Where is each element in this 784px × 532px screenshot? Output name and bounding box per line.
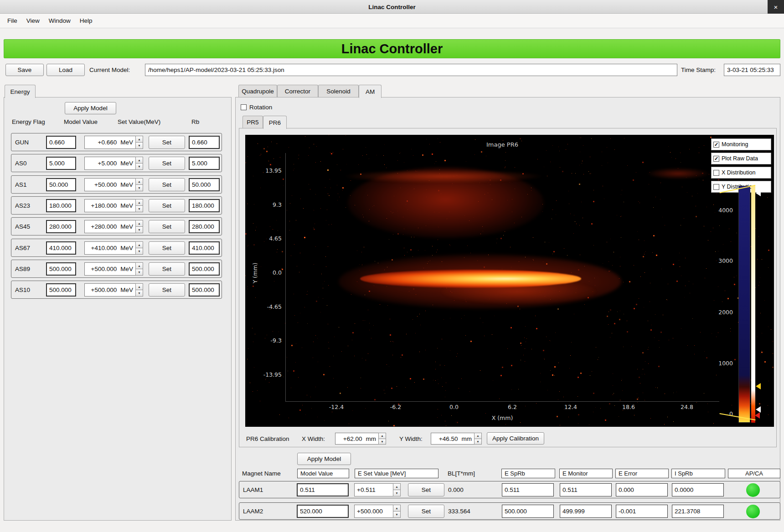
spin-up-icon[interactable]: ▲ xyxy=(135,262,143,269)
spin-down-icon[interactable]: ▼ xyxy=(135,227,143,233)
checkbox-icon[interactable] xyxy=(241,104,247,110)
spin-down-icon[interactable]: ▼ xyxy=(378,439,386,445)
rotation-checkbox[interactable]: Rotation xyxy=(241,104,272,111)
save-button[interactable]: Save xyxy=(5,64,44,76)
tab-am[interactable]: AM xyxy=(359,85,382,98)
spin-down-icon[interactable]: ▼ xyxy=(135,185,143,191)
set-value-spinner[interactable]: +280.000MeV ▲▼ xyxy=(84,220,143,233)
set-value-spinner[interactable]: +50.000MeV ▲▼ xyxy=(84,178,143,191)
model-value-field[interactable]: 500.000 xyxy=(46,283,76,297)
colorbar-handle-white[interactable] xyxy=(756,406,761,413)
set-button[interactable]: Set xyxy=(408,483,444,496)
timestamp-input[interactable] xyxy=(724,64,780,76)
energy-apply-model-button[interactable]: Apply Model xyxy=(65,102,116,114)
colorbar-handle-mid[interactable] xyxy=(756,383,761,389)
monitoring-checkbox[interactable]: ✓ Monitoring xyxy=(711,138,771,150)
set-value-spinner[interactable]: +180.000MeV ▲▼ xyxy=(84,199,143,212)
checkbox-icon[interactable]: ✓ xyxy=(713,142,719,148)
close-button[interactable]: × xyxy=(768,0,784,14)
x-distribution-checkbox[interactable]: X Distribution xyxy=(711,167,771,179)
load-button[interactable]: Load xyxy=(46,64,85,76)
x-width-spinner[interactable]: +62.00mm ▲▼ xyxy=(335,433,386,445)
tab-energy[interactable]: Energy xyxy=(5,85,36,98)
tab-pr6[interactable]: PR6 xyxy=(263,116,287,129)
set-button[interactable]: Set xyxy=(149,283,185,297)
checkbox-label: X Distribution xyxy=(722,169,755,176)
set-button[interactable]: Set xyxy=(149,199,185,212)
set-value-spinner[interactable]: +500.000 ▲▼ xyxy=(354,505,401,518)
colorbar-handle-top[interactable] xyxy=(756,190,761,196)
menu-view[interactable]: View xyxy=(22,15,44,26)
energy-row-as45: AS45 280.000 +280.000MeV ▲▼ Set 280.000 xyxy=(11,217,222,235)
set-button[interactable]: Set xyxy=(149,241,185,255)
spin-down-icon[interactable]: ▼ xyxy=(135,290,143,297)
spin-up-icon[interactable]: ▲ xyxy=(135,283,143,290)
apply-calibration-button[interactable]: Apply Calibration xyxy=(487,432,544,445)
beam-image[interactable]: Image PR6 13.95 9.3 4.65 0.0 -4.65 -9.3 … xyxy=(245,135,774,427)
checkbox-icon[interactable]: ✓ xyxy=(713,156,719,162)
model-value-field[interactable]: 410.000 xyxy=(46,241,76,255)
spin-down-icon[interactable]: ▼ xyxy=(393,490,401,496)
current-model-input[interactable] xyxy=(145,64,677,76)
magnet-apply-model-button[interactable]: Apply Model xyxy=(297,453,351,465)
model-value-field[interactable]: 280.000 xyxy=(46,220,76,233)
set-value-spinner[interactable]: +0.511 ▲▼ xyxy=(354,483,401,496)
spin-up-icon[interactable]: ▲ xyxy=(135,220,143,227)
set-value-spinner[interactable]: +500.000MeV ▲▼ xyxy=(84,283,143,297)
spin-up-icon[interactable]: ▲ xyxy=(474,433,482,439)
y-width-value: +46.50 xyxy=(439,435,458,442)
menu-help[interactable]: Help xyxy=(75,15,97,26)
model-value-field[interactable]: 180.000 xyxy=(46,199,76,212)
model-value-field[interactable]: 5.000 xyxy=(46,157,76,170)
energy-flag: AS67 xyxy=(15,239,30,256)
spin-up-icon[interactable]: ▲ xyxy=(135,178,143,185)
model-value-field[interactable]: 520.000 xyxy=(297,505,349,518)
set-value-spinner[interactable]: +410.000MeV ▲▼ xyxy=(84,241,143,255)
spin-down-icon[interactable]: ▼ xyxy=(135,164,143,170)
tab-quadrupole[interactable]: Quadrupole xyxy=(238,85,277,97)
spin-down-icon[interactable]: ▼ xyxy=(135,248,143,255)
menu-window[interactable]: Window xyxy=(44,15,75,26)
rb-field: 0.660 xyxy=(189,136,220,149)
set-button[interactable]: Set xyxy=(149,220,185,233)
y-width-spinner[interactable]: +46.50mm ▲▼ xyxy=(431,433,482,445)
y-axis-line xyxy=(285,153,286,402)
set-button[interactable]: Set xyxy=(149,136,185,149)
model-value-field[interactable]: 500.000 xyxy=(46,262,76,276)
set-button[interactable]: Set xyxy=(408,505,444,518)
colorbar-tick: 0 xyxy=(701,410,733,417)
energy-flag: AS45 xyxy=(15,218,30,235)
spin-up-icon[interactable]: ▲ xyxy=(378,433,386,439)
checkbox-icon[interactable] xyxy=(713,184,719,190)
spin-down-icon[interactable]: ▼ xyxy=(135,143,143,149)
spin-up-icon[interactable]: ▲ xyxy=(135,136,143,143)
spin-down-icon[interactable]: ▼ xyxy=(474,439,482,445)
spin-down-icon[interactable]: ▼ xyxy=(393,512,401,518)
spin-up-icon[interactable]: ▲ xyxy=(393,483,401,490)
spin-up-icon[interactable]: ▲ xyxy=(135,157,143,164)
tab-pr5[interactable]: PR5 xyxy=(242,116,263,128)
tab-corrector[interactable]: Corrector xyxy=(277,85,318,97)
menu-file[interactable]: File xyxy=(3,15,22,26)
plot-raw-data-checkbox[interactable]: ✓ Plot Raw Data xyxy=(711,153,771,164)
set-value: +0.511 xyxy=(357,486,376,493)
set-button[interactable]: Set xyxy=(149,262,185,276)
set-button[interactable]: Set xyxy=(149,178,185,191)
colorbar-lut-strip xyxy=(751,186,755,423)
colorbar-handle-red[interactable] xyxy=(755,412,760,419)
spin-up-icon[interactable]: ▲ xyxy=(135,199,143,206)
y-tick: 0.0 xyxy=(245,269,282,276)
model-value-field[interactable]: 50.000 xyxy=(46,178,76,191)
model-value-field[interactable]: 0.511 xyxy=(297,483,349,496)
model-value-field[interactable]: 0.660 xyxy=(46,136,76,149)
spin-up-icon[interactable]: ▲ xyxy=(135,241,143,248)
set-value-spinner[interactable]: +0.660MeV ▲▼ xyxy=(84,136,143,149)
spin-up-icon[interactable]: ▲ xyxy=(393,505,401,512)
tab-solenoid[interactable]: Solenoid xyxy=(318,85,359,97)
set-button[interactable]: Set xyxy=(149,157,185,170)
set-value-spinner[interactable]: +5.000MeV ▲▼ xyxy=(84,157,143,170)
checkbox-icon[interactable] xyxy=(713,170,719,176)
spin-down-icon[interactable]: ▼ xyxy=(135,269,143,276)
spin-down-icon[interactable]: ▼ xyxy=(135,206,143,212)
set-value-spinner[interactable]: +500.000MeV ▲▼ xyxy=(84,262,143,276)
